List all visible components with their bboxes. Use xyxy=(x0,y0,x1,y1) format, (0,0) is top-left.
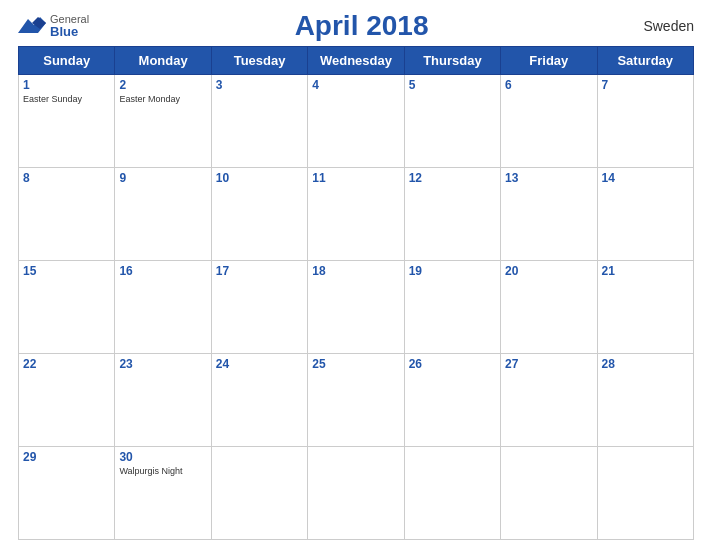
calendar-cell: 14 xyxy=(597,168,693,261)
day-number: 5 xyxy=(409,78,496,92)
calendar-cell: 7 xyxy=(597,75,693,168)
day-number: 7 xyxy=(602,78,689,92)
day-number: 15 xyxy=(23,264,110,278)
calendar-cell: 20 xyxy=(501,261,597,354)
calendar-cell: 28 xyxy=(597,354,693,447)
calendar-cell: 23 xyxy=(115,354,211,447)
calendar-cell: 15 xyxy=(19,261,115,354)
header-saturday: Saturday xyxy=(597,47,693,75)
header-sunday: Sunday xyxy=(19,47,115,75)
logo: General Blue xyxy=(18,14,89,38)
calendar-cell: 5 xyxy=(404,75,500,168)
day-number: 9 xyxy=(119,171,206,185)
day-number: 17 xyxy=(216,264,303,278)
header-monday: Monday xyxy=(115,47,211,75)
day-number: 22 xyxy=(23,357,110,371)
calendar-cell: 17 xyxy=(211,261,307,354)
calendar-cell: 9 xyxy=(115,168,211,261)
week-row: 891011121314 xyxy=(19,168,694,261)
day-number: 3 xyxy=(216,78,303,92)
day-number: 21 xyxy=(602,264,689,278)
day-number: 1 xyxy=(23,78,110,92)
day-number: 29 xyxy=(23,450,110,464)
calendar-cell: 1Easter Sunday xyxy=(19,75,115,168)
week-row: 2930Walpurgis Night xyxy=(19,447,694,540)
day-number: 12 xyxy=(409,171,496,185)
day-number: 28 xyxy=(602,357,689,371)
day-number: 13 xyxy=(505,171,592,185)
day-number: 26 xyxy=(409,357,496,371)
week-row: 15161718192021 xyxy=(19,261,694,354)
day-number: 19 xyxy=(409,264,496,278)
day-number: 30 xyxy=(119,450,206,464)
calendar-cell: 29 xyxy=(19,447,115,540)
day-number: 4 xyxy=(312,78,399,92)
calendar-cell: 13 xyxy=(501,168,597,261)
calendar-cell: 22 xyxy=(19,354,115,447)
day-number: 25 xyxy=(312,357,399,371)
logo-blue: Blue xyxy=(50,25,89,38)
calendar-cell: 6 xyxy=(501,75,597,168)
calendar-cell xyxy=(501,447,597,540)
page-header: General Blue April 2018 Sweden xyxy=(18,10,694,42)
country-label: Sweden xyxy=(634,18,694,34)
day-number: 8 xyxy=(23,171,110,185)
calendar-cell: 27 xyxy=(501,354,597,447)
calendar-cell xyxy=(597,447,693,540)
calendar-cell: 11 xyxy=(308,168,404,261)
calendar-cell: 24 xyxy=(211,354,307,447)
logo-icon xyxy=(18,15,46,37)
calendar-cell: 21 xyxy=(597,261,693,354)
calendar-cell: 25 xyxy=(308,354,404,447)
day-number: 16 xyxy=(119,264,206,278)
day-number: 27 xyxy=(505,357,592,371)
header-friday: Friday xyxy=(501,47,597,75)
calendar-cell xyxy=(308,447,404,540)
holiday-label: Easter Monday xyxy=(119,94,206,105)
weekday-header-row: Sunday Monday Tuesday Wednesday Thursday… xyxy=(19,47,694,75)
calendar-cell: 26 xyxy=(404,354,500,447)
calendar-cell: 12 xyxy=(404,168,500,261)
calendar-cell: 19 xyxy=(404,261,500,354)
holiday-label: Walpurgis Night xyxy=(119,466,206,477)
calendar-cell: 30Walpurgis Night xyxy=(115,447,211,540)
day-number: 2 xyxy=(119,78,206,92)
calendar-cell: 18 xyxy=(308,261,404,354)
calendar-title: April 2018 xyxy=(89,10,634,42)
day-number: 18 xyxy=(312,264,399,278)
calendar-cell xyxy=(404,447,500,540)
calendar-cell: 3 xyxy=(211,75,307,168)
day-number: 6 xyxy=(505,78,592,92)
day-number: 14 xyxy=(602,171,689,185)
day-number: 24 xyxy=(216,357,303,371)
day-number: 23 xyxy=(119,357,206,371)
calendar-cell xyxy=(211,447,307,540)
day-number: 11 xyxy=(312,171,399,185)
logo-text: General Blue xyxy=(50,14,89,38)
header-thursday: Thursday xyxy=(404,47,500,75)
calendar-cell: 2Easter Monday xyxy=(115,75,211,168)
week-row: 1Easter Sunday2Easter Monday34567 xyxy=(19,75,694,168)
day-number: 10 xyxy=(216,171,303,185)
calendar-cell: 10 xyxy=(211,168,307,261)
header-tuesday: Tuesday xyxy=(211,47,307,75)
calendar-table: Sunday Monday Tuesday Wednesday Thursday… xyxy=(18,46,694,540)
calendar-cell: 16 xyxy=(115,261,211,354)
calendar-cell: 8 xyxy=(19,168,115,261)
calendar-cell: 4 xyxy=(308,75,404,168)
day-number: 20 xyxy=(505,264,592,278)
week-row: 22232425262728 xyxy=(19,354,694,447)
holiday-label: Easter Sunday xyxy=(23,94,110,105)
header-wednesday: Wednesday xyxy=(308,47,404,75)
